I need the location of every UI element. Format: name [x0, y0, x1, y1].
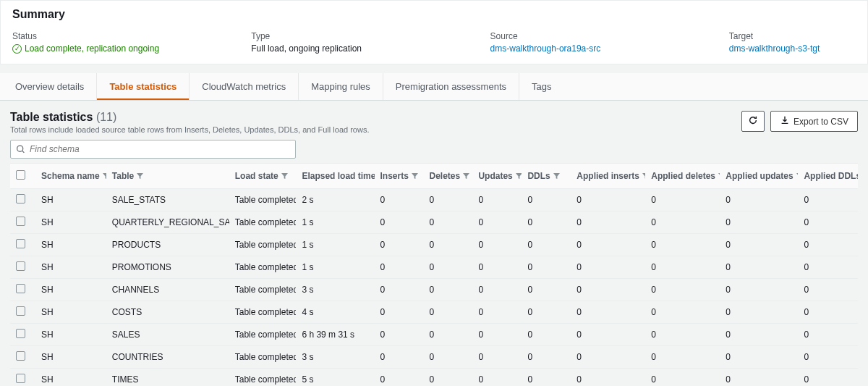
table-row[interactable]: SHCHANNELSTable completed3 s000000005 [10, 279, 858, 301]
cell-ains: 0 [571, 369, 645, 387]
cell-deletes: 0 [423, 234, 472, 256]
row-checkbox[interactable] [16, 217, 25, 226]
cell-ddls: 0 [522, 279, 571, 301]
row-checkbox[interactable] [16, 284, 25, 293]
cell-addl: 0 [798, 234, 858, 256]
cell-ddls: 0 [522, 234, 571, 256]
table-row[interactable]: SHCOSTSTable completed4 s0000000082,112 [10, 301, 858, 324]
tab-tags[interactable]: Tags [519, 73, 563, 100]
svg-point-0 [17, 146, 23, 151]
select-all-checkbox[interactable] [16, 170, 25, 180]
refresh-icon [748, 115, 758, 127]
cell-table: PRODUCTS [106, 234, 229, 256]
tab-table-statistics[interactable]: Table statistics [97, 73, 190, 100]
col-applied-ddls[interactable]: Applied DDLs [798, 164, 858, 189]
summary-grid: Status ✓ Load complete, replication ongo… [1, 27, 867, 64]
row-checkbox[interactable] [16, 194, 25, 204]
cell-ddls: 0 [522, 256, 571, 279]
cell-adel: 0 [645, 301, 720, 324]
cell-table: QUARTERLY_REGIONAL_SALES [106, 211, 229, 234]
cell-table: COSTS [106, 301, 229, 324]
cell-aupd: 0 [720, 211, 798, 234]
cell-state: Table completed [229, 301, 297, 324]
cell-updates: 0 [472, 234, 522, 256]
cell-adel: 0 [645, 346, 720, 369]
cell-state: Table completed [229, 369, 297, 387]
cell-table: CHANNELS [106, 279, 229, 301]
col-updates[interactable]: Updates [472, 164, 522, 189]
table-row[interactable]: SHCOUNTRIESTable completed3 s0000000023 [10, 346, 858, 369]
col-schema[interactable]: Schema name [35, 164, 106, 189]
ts-subtitle: Total rows include loaded source table r… [10, 125, 369, 134]
row-checkbox[interactable] [16, 374, 25, 383]
col-ddls[interactable]: DDLs [522, 164, 571, 189]
target-link[interactable]: dms-walkthrough-s3-tgt [729, 43, 841, 54]
cell-updates: 0 [472, 211, 522, 234]
export-csv-button[interactable]: Export to CSV [770, 111, 858, 132]
refresh-button[interactable] [741, 111, 765, 132]
col-load-state[interactable]: Load state [229, 164, 297, 189]
cell-inserts: 0 [375, 324, 424, 346]
tab-cloudwatch[interactable]: CloudWatch metrics [190, 73, 299, 100]
row-checkbox[interactable] [16, 261, 25, 271]
cell-updates: 0 [472, 279, 522, 301]
table-row[interactable]: SHSALESTable completed6 h 39 m 31 s00000… [10, 324, 858, 346]
cell-table: SALES [106, 324, 229, 346]
cell-aupd: 0 [720, 234, 798, 256]
col-applied-deletes[interactable]: Applied deletes [645, 164, 720, 189]
summary-heading: Summary [1, 1, 867, 27]
col-elapsed[interactable]: Elapsed load time [296, 164, 374, 189]
summary-panel: Summary Status ✓ Load complete, replicat… [0, 0, 868, 64]
col-deletes[interactable]: Deletes [423, 164, 472, 189]
source-label: Source [490, 31, 715, 41]
cell-inserts: 0 [375, 256, 424, 279]
tab-mapping-rules[interactable]: Mapping rules [299, 73, 383, 100]
cell-adel: 0 [645, 211, 720, 234]
search-input[interactable] [10, 140, 296, 159]
cell-adel: 0 [645, 256, 720, 279]
cell-elapsed: 2 s [296, 189, 374, 211]
row-checkbox[interactable] [16, 306, 25, 316]
status-label: Status [12, 31, 237, 41]
cell-deletes: 0 [423, 189, 472, 211]
table-row[interactable]: SHPRODUCTSTable completed1 s0000000072 [10, 234, 858, 256]
row-checkbox[interactable] [16, 329, 25, 338]
check-icon: ✓ [12, 44, 22, 54]
cell-inserts: 0 [375, 346, 424, 369]
cell-state: Table completed [229, 279, 297, 301]
cell-addl: 0 [798, 369, 858, 387]
cell-deletes: 0 [423, 211, 472, 234]
cell-ddls: 0 [522, 324, 571, 346]
source-link[interactable]: dms-walkthrough-ora19a-src [490, 43, 715, 54]
cell-elapsed: 6 h 39 m 31 s [296, 324, 374, 346]
cell-elapsed: 1 s [296, 211, 374, 234]
col-inserts[interactable]: Inserts [375, 164, 424, 189]
row-checkbox[interactable] [16, 239, 25, 248]
tab-premigration[interactable]: Premigration assessments [383, 73, 519, 100]
table-row[interactable]: SHPROMOTIONSTable completed1 s0000000050… [10, 256, 858, 279]
table-row[interactable]: SHSALE_STATSTable completed2 s000000003 [10, 189, 858, 211]
target-label: Target [729, 31, 841, 41]
cell-schema: SH [35, 256, 106, 279]
cell-addl: 0 [798, 256, 858, 279]
cell-schema: SH [35, 279, 106, 301]
cell-aupd: 0 [720, 369, 798, 387]
cell-deletes: 0 [423, 256, 472, 279]
col-applied-inserts[interactable]: Applied inserts [571, 164, 645, 189]
table-row[interactable]: SHQUARTERLY_REGIONAL_SALESTable complete… [10, 211, 858, 234]
col-applied-updates[interactable]: Applied updates [720, 164, 798, 189]
cell-aupd: 0 [720, 256, 798, 279]
cell-adel: 0 [645, 279, 720, 301]
cell-ains: 0 [571, 346, 645, 369]
cell-deletes: 0 [423, 324, 472, 346]
type-label: Type [251, 31, 475, 41]
cell-inserts: 0 [375, 369, 424, 387]
table-statistics-table: Schema name Table Load state Elapsed loa… [10, 163, 858, 386]
cell-table: TIMES [106, 369, 229, 387]
cell-updates: 0 [472, 256, 522, 279]
row-checkbox[interactable] [16, 351, 25, 361]
table-scroll[interactable]: Schema name Table Load state Elapsed loa… [10, 163, 858, 386]
tab-overview[interactable]: Overview details [3, 73, 97, 100]
table-row[interactable]: SHTIMESTable completed5 s0000000010,227 [10, 369, 858, 387]
col-table[interactable]: Table [106, 164, 229, 189]
